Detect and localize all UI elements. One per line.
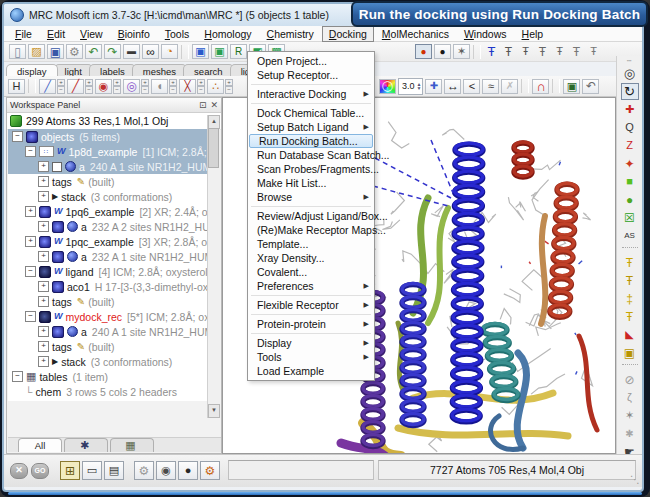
wire-style-icon[interactable]: ╱ [39,79,56,94]
float-panel-icon[interactable]: ⊡ [199,101,207,110]
tree-row-stack[interactable]: +▶stack(3 conformations) [8,354,209,369]
movie-camera-icon[interactable]: ▬ [123,44,140,59]
expand-selection-icon[interactable]: ✚ [425,79,442,94]
residue-check-icon[interactable]: ☒ [621,209,639,226]
menu-edit[interactable]: Edit [40,26,72,42]
docking-menu-item-make-hit-list[interactable]: Make Hit List... [248,176,374,190]
window-restore-icon[interactable]: ▭ [82,461,102,480]
tree-row-aco1[interactable]: +aco1H 17-[3-(3,3-dimethyl-ox [8,279,209,294]
tree-expander-icon[interactable]: − [12,131,23,142]
cpk-style-spinner[interactable]: +− [141,79,149,94]
angle-measure-icon[interactable]: < [463,79,480,94]
undo-view-icon[interactable]: ↶ [582,79,599,94]
tree-item-name[interactable]: a [81,251,87,263]
tree-item-name[interactable]: chem [35,386,61,398]
torsion-measure-icon[interactable]: ≈ [482,79,499,94]
window-panel-icon[interactable]: ▤ [104,461,124,480]
tree-expander-icon[interactable]: + [38,176,49,187]
distance-measure-icon[interactable]: ↔ [444,79,461,94]
residue-style-spinner[interactable]: +− [225,79,233,94]
pin-2-icon[interactable]: Ŧ [501,44,516,59]
tree-row-a[interactable]: +a240 A 1 site NR1H2_HUM [8,159,209,174]
menu-molmechanics[interactable]: MolMechanics [375,26,456,42]
docking-menu-item-review-adjust-ligand-box[interactable]: Review/Adjust Ligand/Box... [248,209,374,223]
tree-expander-icon[interactable]: − [25,311,36,322]
pin-5-icon[interactable]: Ŧ [552,44,567,59]
ball-style-spinner[interactable]: +− [113,79,121,94]
docking-menu-item-setup-receptor[interactable]: Setup Receptor... [248,68,374,82]
tree-row-objects[interactable]: −objects(5 items) [8,129,209,144]
tree-item-name[interactable]: tables [39,371,67,383]
menu-help[interactable]: Help [515,26,551,42]
docking-menu-item-preferences[interactable]: Preferences▶ [248,279,374,293]
tree-row-stack[interactable]: +▶stack(3 conformations) [8,189,209,204]
box-display-icon[interactable]: ■ [621,173,639,190]
restrain-tool-icon[interactable]: ⊘ [621,371,639,388]
animation-car-icon[interactable]: ● [178,461,198,480]
wire-style-spinner[interactable]: +− [57,79,65,94]
close-panel-icon[interactable]: ✕ [210,101,218,110]
xstick-style-spinner[interactable]: +− [197,79,205,94]
pin-7-icon[interactable]: Ŧ [586,44,601,59]
clip-slab-icon[interactable]: ‡ [621,290,639,307]
tree-row-tags[interactable]: +tags✎(built) [8,339,209,354]
tree-expander-icon[interactable]: + [38,296,49,307]
docking-menu-item-xray-density[interactable]: Xray Density... [248,251,374,265]
find-binoculars-icon[interactable]: ∞ [142,44,159,59]
tether-tool-icon[interactable]: ζ [621,389,639,406]
workspace-scrollbar[interactable]: ▲ ▼ [207,115,220,418]
cpk-style-icon[interactable]: ◎ [123,79,140,94]
stick-style-icon[interactable]: ╱ [67,79,84,94]
tree-expander-icon[interactable]: + [38,326,49,337]
tree-item-name[interactable]: objects [41,131,74,143]
fog-display-icon[interactable]: ◣ [621,326,639,343]
molecule-tab-icon[interactable]: ✱ [80,440,89,451]
atom-size-icon[interactable]: AS [621,227,639,244]
residue-style-icon[interactable]: ∴ [207,79,224,94]
tree-row-1pq6-example[interactable]: +W1pq6_example[2] XR; 2.4Å; ox [8,204,209,219]
tree-expander-icon[interactable]: + [38,356,49,367]
hydrogen-toggle-icon[interactable]: H [8,79,25,94]
docking-menu-item-load-example[interactable]: Load Example [248,364,374,378]
menu-docking[interactable]: Docking [322,26,374,42]
tree-expander-icon[interactable]: + [25,206,36,217]
snapshot-camera-icon[interactable]: ◉ [156,461,176,480]
tree-item-name[interactable]: 1pq6_example [66,206,135,218]
docking-menu-item-run-docking-batch[interactable]: Run Docking Batch... [249,134,373,148]
scrollbar-thumb[interactable] [208,128,219,168]
docking-menu-item-dock-chemical-table[interactable]: Dock Chemical Table... [248,106,374,120]
workspace-tab-molecule-tab[interactable]: ✱ [64,438,108,452]
tree-item-name[interactable]: a [79,161,85,173]
pin-3-icon[interactable]: Ŧ [518,44,533,59]
display-center-icon[interactable]: ● [434,44,451,59]
tree-expander-icon[interactable]: − [25,266,36,277]
tree-item-name[interactable]: ligand [66,266,94,278]
docking-menu-item-scan-probes-fragments[interactable]: Scan Probes/Fragments... [248,162,374,176]
tree-row-1pqc-example[interactable]: +W1pqc_example[3] XR; 2.8Å; ox [8,234,209,249]
display-origin-icon[interactable]: ● [415,44,432,59]
workspace-tab-table-tab[interactable]: ▦ [110,438,154,452]
pin-1-icon[interactable]: Ŧ [484,44,499,59]
tree-item-name[interactable]: tags [52,296,72,308]
surface-style-spinner[interactable]: +− [169,79,177,94]
rotate-z-tool-icon[interactable]: Z [621,137,639,154]
docking-menu-item-display[interactable]: Display▶ [248,336,374,350]
color-settings-gear-icon[interactable]: ⚙ [200,461,220,480]
select-atoms-icon[interactable]: ▣ [192,44,209,59]
tab-meshes[interactable]: meshes [132,64,187,76]
tree-row-a[interactable]: +a232 A 1 site NR1H2_HUM [8,249,209,264]
tree-row-1p8d-example[interactable]: −∷W1p8d_example[1] ICM; 2.8Å; o [8,144,209,159]
tree-expander-icon[interactable]: + [38,281,49,292]
tree-expander-icon[interactable]: − [25,146,36,157]
zoom-tool-icon[interactable]: Q [621,119,639,136]
tree-expander-icon[interactable]: + [38,251,49,262]
docking-menu-item-open-project[interactable]: Open Project... [248,54,374,68]
tree-expander-icon[interactable]: + [38,341,49,352]
tree-item-name[interactable]: stack [61,356,86,368]
stick-style-spinner[interactable]: +− [85,79,93,94]
menu-tools[interactable]: Tools [158,26,197,42]
docking-menu-item-protein-protein[interactable]: Protein-protein▶ [248,317,374,331]
impose-tool-icon[interactable]: ✱ [621,425,639,442]
neighbor-radius-spinner[interactable]: 3.0▲▼ [398,78,423,95]
docking-menu-item-re-make-receptor-maps[interactable]: (Re)Make Receptor Maps... [248,223,374,237]
